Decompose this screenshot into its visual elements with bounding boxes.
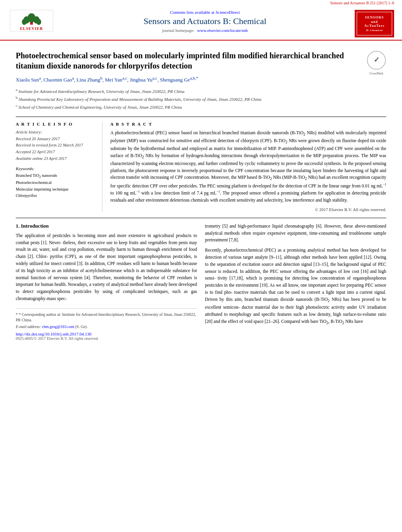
available-date: Available online 23 April 2017 — [16, 156, 96, 162]
body-two-col: 1. Introduction The application of pesti… — [16, 223, 386, 341]
elsevier-logo: ELSEVIER — [8, 10, 55, 32]
doi-text[interactable]: http://dx.doi.org/10.1016/j.snb.2017.04.… — [16, 332, 91, 336]
article-info-column: A R T I C L E I N F O Article history: R… — [16, 122, 102, 212]
journal-homepage: journal homepage: www.elsevier.com/locat… — [63, 28, 347, 33]
footnotes: * * Corresponding author at: Institute f… — [16, 308, 197, 341]
abstract-text: A photoelectrochemical (PEC) sensor base… — [110, 130, 386, 204]
crossmark-label: CrossMark — [367, 72, 386, 75]
keyword-3: Molecular imprinting technique — [16, 186, 96, 193]
accepted-date: Accepted 22 April 2017 — [16, 149, 96, 156]
corresponding-text: * Corresponding author at: Institute for… — [16, 312, 196, 322]
footnote-star: * — [16, 312, 19, 317]
intro-text-col2: trometry [5] and high-performance liquid… — [205, 223, 386, 244]
article-history: Article history: Received 20 January 201… — [16, 130, 96, 162]
affiliations: a Institute for Advanced Interdisciplina… — [16, 87, 386, 110]
elsevier-logo-box: ELSEVIER — [10, 10, 53, 32]
authors-line: Xiaolu Suna, Chaomin Gaoa, Lina Zhangb, … — [16, 75, 386, 84]
homepage-label: journal homepage: — [162, 28, 194, 33]
sensors-logo-inner: SENSORS and AcTuaTors B: Chemical — [357, 12, 392, 35]
sciencedirect-link[interactable]: ScienceDirect — [216, 10, 240, 15]
article-info-label: A R T I C L E I N F O — [16, 122, 96, 126]
received-date: Received 20 January 2017 — [16, 136, 96, 143]
sensors-text: SENSORS — [365, 15, 384, 19]
article-title: Photoelectrochemical sensor based on mol… — [16, 50, 361, 71]
page: Sensors and Actuators B 251 (2017) 1–8 E… — [0, 0, 402, 532]
elsevier-tree-icon — [16, 11, 47, 26]
email-address[interactable]: chm.gesg@163.com — [42, 324, 74, 329]
intro-text-col1: The application of pesticides is becomin… — [16, 232, 197, 302]
body-col-left: 1. Introduction The application of pesti… — [16, 223, 197, 341]
copyright-notice: © 2017 Elsevier B.V. All rights reserved… — [110, 207, 386, 212]
intro-text-col2-p2: Recently, photoelectrochemical (PEC) as … — [205, 247, 386, 326]
revised-date: Received in revised form 22 March 2017 — [16, 142, 96, 149]
main-content: Photoelectrochemical sensor based on mol… — [0, 41, 402, 348]
homepage-url[interactable]: www.elsevier.com/locate/snb — [197, 28, 248, 33]
svg-point-5 — [37, 19, 41, 25]
keyword-4: Chlorpyrifos — [16, 193, 96, 199]
body-content: 1. Introduction The application of pesti… — [16, 218, 386, 341]
affiliation-a: a Institute for Advanced Interdisciplina… — [16, 87, 386, 95]
article-info-bar: Sensors and Actuators B 251 (2017) 1–8 — [0, 0, 402, 6]
crossmark-logo: ✓ CrossMark — [367, 50, 386, 70]
affiliation-c: c School of Chemistry and Chemical Engin… — [16, 103, 386, 110]
abstract-label: A B S T R A C T — [110, 122, 386, 126]
email-suffix: (S. Ge). — [75, 324, 87, 329]
journal-title: Sensors and Actuators B: Chemical — [63, 16, 347, 26]
sensors-actuators-logo: SENSORS and AcTuaTors B: Chemical — [355, 10, 394, 37]
email-footnote: E-mail address: chm.gesg@163.com (S. Ge)… — [16, 324, 197, 330]
journal-header: Sensors and Actuators B 251 (2017) 1–8 E… — [0, 0, 402, 41]
elsevier-label: ELSEVIER — [20, 26, 43, 31]
sciencedirect-text: Contents lists available at ScienceDirec… — [63, 10, 347, 15]
doi-link[interactable]: http://dx.doi.org/10.1016/j.snb.2017.04.… — [16, 332, 197, 336]
keyword-1: Branched TiO2 nanorods — [16, 172, 96, 180]
svg-text:✓: ✓ — [374, 56, 380, 64]
affiliation-b: b Shandong Provincial Key Laboratory of … — [16, 95, 386, 102]
corresponding-footnote: * * Corresponding author at: Institute f… — [16, 312, 197, 323]
keywords-section: Keywords: Branched TiO2 nanorods Photoel… — [16, 166, 96, 199]
body-col-right: trometry [5] and high-performance liquid… — [205, 223, 386, 341]
history-title: Article history: — [16, 130, 96, 134]
actuators-text: AcTuaTors — [364, 24, 384, 28]
keyword-2: Photoelectrochemical — [16, 180, 96, 186]
sensors-logo-subtitle: B: Chemical — [366, 29, 383, 32]
svg-point-4 — [22, 19, 27, 25]
and-text: and — [371, 20, 378, 24]
email-label: E-mail address: — [16, 324, 41, 329]
header-top: ELSEVIER Contents lists available at Sci… — [0, 6, 402, 37]
info-abstract-section: A R T I C L E I N F O Article history: R… — [16, 117, 386, 212]
header-center: Contents lists available at ScienceDirec… — [55, 10, 355, 33]
issn-line: 0925-4005/© 2017 Elsevier B.V. All right… — [16, 336, 197, 341]
article-title-section: Photoelectrochemical sensor based on mol… — [16, 50, 386, 71]
sensors-logo-title: SENSORS and AcTuaTors — [364, 15, 384, 28]
article-citation: Sensors and Actuators B 251 (2017) 1–8 — [330, 1, 394, 5]
intro-heading: 1. Introduction — [16, 223, 197, 229]
keywords-title: Keywords: — [16, 166, 96, 171]
abstract-column: A B S T R A C T A photoelectrochemical (… — [110, 122, 386, 212]
